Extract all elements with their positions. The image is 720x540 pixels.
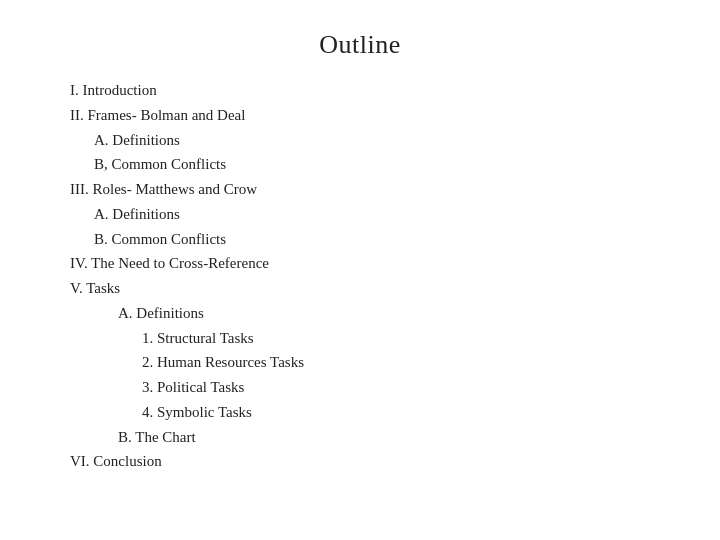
outline-line: II. Frames- Bolman and Deal — [70, 103, 680, 128]
outline-line: A. Definitions — [70, 202, 680, 227]
outline-line: IV. The Need to Cross-Reference — [70, 251, 680, 276]
outline-line: 4. Symbolic Tasks — [70, 400, 680, 425]
outline-body: I. IntroductionII. Frames- Bolman and De… — [40, 78, 680, 474]
outline-line: V. Tasks — [70, 276, 680, 301]
outline-line: B, Common Conflicts — [70, 152, 680, 177]
outline-line: A. Definitions — [70, 301, 680, 326]
outline-line: III. Roles- Matthews and Crow — [70, 177, 680, 202]
outline-line: 1. Structural Tasks — [70, 326, 680, 351]
outline-line: A. Definitions — [70, 128, 680, 153]
page: Outline I. IntroductionII. Frames- Bolma… — [0, 0, 720, 540]
outline-line: 2. Human Resources Tasks — [70, 350, 680, 375]
page-title: Outline — [319, 30, 401, 60]
outline-line: VI. Conclusion — [70, 449, 680, 474]
outline-line: I. Introduction — [70, 78, 680, 103]
outline-line: 3. Political Tasks — [70, 375, 680, 400]
outline-line: B. The Chart — [70, 425, 680, 450]
outline-line: B. Common Conflicts — [70, 227, 680, 252]
